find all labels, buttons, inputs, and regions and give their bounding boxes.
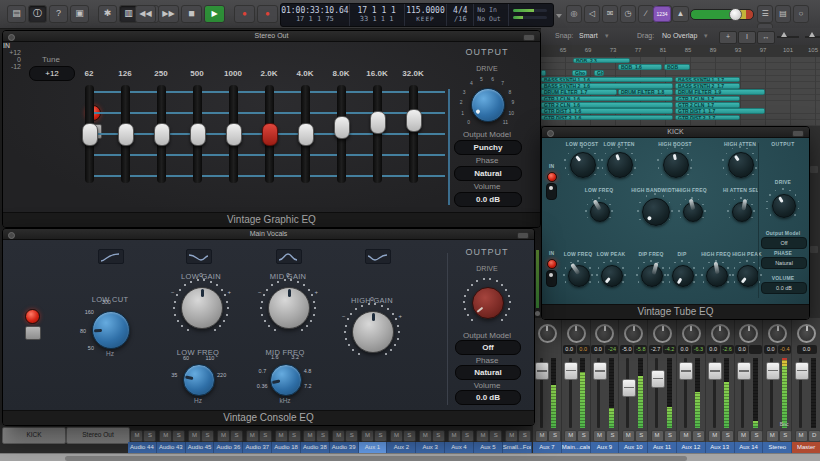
channel-name[interactable]: Audio 38 [301, 442, 330, 453]
phase-value[interactable]: Natural [761, 257, 807, 269]
volume-fader[interactable] [708, 362, 722, 380]
channel-name[interactable]: Master [792, 442, 820, 453]
channel-name[interactable]: Main...cals [562, 442, 591, 453]
mute-button[interactable]: M [505, 430, 518, 442]
inspector-channel-name[interactable]: KICK [2, 427, 66, 444]
loop-browser-icon[interactable]: ○ [793, 5, 809, 23]
channel-name[interactable]: Audio 44 [128, 442, 157, 453]
volume-fader[interactable] [593, 362, 607, 380]
high-freq-knob[interactable] [683, 202, 703, 222]
solo-button[interactable]: S [374, 430, 387, 442]
solo-button[interactable]: S [201, 430, 214, 442]
solo-button[interactable]: S [548, 430, 561, 442]
close-icon[interactable] [547, 130, 554, 137]
channel-name[interactable]: Audio 37 [243, 442, 272, 453]
volume-fader[interactable] [737, 362, 751, 380]
output-model-value[interactable]: Off [761, 237, 807, 249]
pan-knob[interactable] [653, 324, 672, 343]
region-clip[interactable]: BOB_1.6 [618, 64, 662, 70]
mute-button[interactable]: M [419, 430, 432, 442]
high-freq-knob[interactable] [706, 265, 728, 287]
region-clip[interactable]: DRUM FILTER_1.8 [618, 89, 673, 95]
lcd-tempo-section[interactable]: 115.0000 KEEP [405, 4, 448, 26]
inspector-channel-name[interactable]: Stereo Out [66, 427, 130, 444]
channel-name[interactable]: Small...Four [503, 442, 532, 453]
graphic-eq-titlebar[interactable]: Stereo Out [3, 31, 540, 42]
toolbar-icon[interactable]: ▣ [70, 5, 89, 23]
mute-button[interactable]: M [448, 430, 461, 442]
band-slider-handle[interactable] [298, 123, 314, 146]
channel-name[interactable]: Audio 18 [272, 442, 301, 453]
mute-button[interactable]: M [795, 430, 808, 442]
mute-button[interactable]: M [130, 430, 143, 442]
region-clip[interactable]: Gho [572, 70, 587, 76]
channel-name[interactable]: Audio 39 [330, 442, 359, 453]
mute-button[interactable]: M [217, 430, 230, 442]
rewind-button[interactable]: ◀◀ [135, 5, 156, 23]
bypass-icon[interactable] [792, 130, 804, 137]
mute-button[interactable]: M [476, 430, 489, 442]
channel-name[interactable]: Aux 10 [619, 442, 648, 453]
volume-fader[interactable] [795, 362, 809, 380]
solo-button[interactable]: S [259, 430, 272, 442]
mute-button[interactable]: M [679, 430, 692, 442]
high-peak-knob[interactable] [737, 265, 759, 287]
mute-button[interactable]: M [246, 430, 259, 442]
solo-button[interactable]: S [606, 430, 619, 442]
solo-button[interactable]: S [635, 430, 648, 442]
pan-knob[interactable] [538, 324, 557, 343]
forward-button[interactable]: ▶▶ [158, 5, 179, 23]
drive-knob[interactable] [772, 194, 796, 218]
region-clip[interactable]: BOB [664, 64, 690, 70]
lcd-signature-section[interactable]: 4/4 /16 [447, 4, 474, 26]
in-switch[interactable] [546, 183, 557, 200]
power-led[interactable] [547, 172, 557, 182]
output-model-value[interactable]: Off [455, 340, 521, 355]
low-freq-knob[interactable] [590, 202, 610, 222]
mute-button[interactable]: M [766, 430, 779, 442]
high-atten-knob[interactable] [728, 152, 754, 178]
master-volume-thumb[interactable] [729, 8, 742, 21]
channel-name[interactable]: Aux 5 [474, 442, 503, 453]
channel-name[interactable]: Audio 36 [214, 442, 243, 453]
capture-record-button[interactable]: ● [257, 5, 278, 23]
tube-eq-titlebar[interactable]: KICK [542, 127, 809, 138]
mute-button[interactable]: M [708, 430, 721, 442]
mid-freq-knob[interactable] [270, 364, 302, 396]
solo-button[interactable]: S [403, 430, 416, 442]
mute-button[interactable]: M [332, 430, 345, 442]
play-button[interactable]: ▶ [204, 5, 225, 23]
list-editors-icon[interactable]: ☰ [757, 5, 773, 23]
region-clip[interactable]: DRUM FILTER_1.7 [541, 89, 617, 95]
low-shelf-icon[interactable] [186, 249, 212, 264]
settings-icon[interactable]: ✱ [98, 5, 117, 23]
click-icon[interactable]: ◷ [620, 5, 636, 23]
channel-name[interactable]: Aux 14 [735, 442, 764, 453]
solo-button[interactable]: S [288, 430, 301, 442]
solo-button[interactable]: S [577, 430, 590, 442]
channel-name[interactable]: Aux 2 [387, 442, 416, 453]
mute-button[interactable]: M [159, 430, 172, 442]
high-bandwidth-knob[interactable] [642, 198, 670, 226]
lcd-disclosure-icon[interactable] [556, 14, 562, 18]
quick-help-icon[interactable]: ? [49, 5, 68, 23]
high-boost-knob[interactable] [663, 152, 689, 178]
pan-knob[interactable] [567, 324, 586, 343]
region-clip[interactable]: GTR 2 CLN_1.7 [675, 102, 740, 108]
solo-button[interactable]: S [172, 430, 185, 442]
volume-value[interactable]: 0.0 dB [455, 390, 521, 405]
mute-button[interactable]: M [622, 430, 635, 442]
dip-freq-knob[interactable] [641, 265, 663, 287]
solo-button[interactable]: S [345, 430, 358, 442]
band-slider-handle[interactable] [190, 123, 206, 146]
channel-name[interactable]: Aux 9 [591, 442, 620, 453]
region-clip[interactable]: BASS SYNTH 2_1.7 [675, 83, 740, 89]
channel-name[interactable]: Aux 12 [677, 442, 706, 453]
solo-button[interactable]: S [489, 430, 502, 442]
band-slider-handle[interactable] [334, 116, 350, 139]
drive-knob[interactable] [471, 88, 505, 122]
channel-name[interactable]: Aux 13 [706, 442, 735, 453]
region-clip[interactable]: BASS SYNTH 2_1.6 [541, 83, 673, 89]
region-clip[interactable]: BASS SYNTH 1_1.7 [675, 77, 740, 83]
count-in-button[interactable]: 1234 [653, 6, 671, 22]
